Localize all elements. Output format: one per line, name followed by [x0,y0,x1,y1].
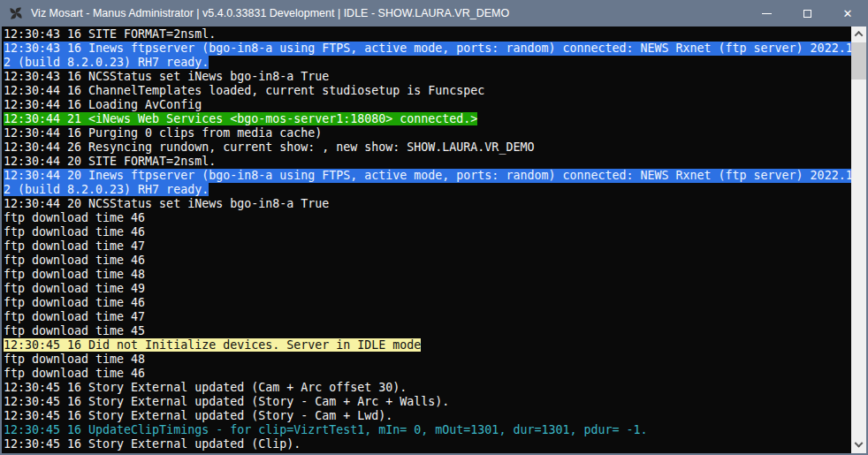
log-line-text: 12:30:45 16 Story External updated (Stor… [4,409,392,422]
chevron-down-icon [855,439,864,448]
viz-mosart-logo-icon [7,4,25,22]
log-line: 12:30:45 16 Story External updated (Stor… [4,395,851,409]
log-line-text: 12:30:44 26 Resyncing rundown, current s… [4,140,534,154]
log-line: 2 (build 8.2.0.23) RH7 ready. [4,56,851,70]
log-line-text: ftp download time 46 [4,296,145,309]
log-line: 2 (build 8.2.0.23) RH7 ready. [4,183,851,197]
log-line: 12:30:44 16 Loading AvConfig [4,98,851,112]
log-line-text: ftp download time 45 [4,324,145,337]
log-line-text: 12:30:45 16 Did not Initialize devices. … [4,338,421,352]
log-line: ftp download time 46 [4,211,851,225]
log-line-text: 12:30:43 16 Inews ftpserver (bgo-in8-a u… [4,42,851,55]
log-line-text: 2 (build 8.2.0.23) RH7 ready. [4,183,209,196]
log-line-text: ftp download time 46 [4,254,145,267]
log-line: ftp download time 47 [4,239,851,254]
log-line: 12:30:45 16 Did not Initialize devices. … [4,338,851,353]
log-line: ftp download time 46 [4,367,851,381]
log-line: 12:30:45 16 UpdateClipTimings - for clip… [4,423,851,437]
log-line: ftp download time 46 [4,254,851,268]
log-line-text: 12:30:44 21 <iNews Web Services <bgo-mos… [4,112,477,125]
log-line: ftp download time 46 [4,296,851,310]
log-line-text: 12:30:44 20 NCSStatus set iNews bgo-in8-… [4,197,329,210]
minimize-button[interactable] [746,0,787,27]
log-line-text: ftp download time 47 [4,239,145,253]
log-line: 12:30:43 16 Inews ftpserver (bgo-in8-a u… [4,42,851,56]
log-line-text: ftp download time 46 [4,367,145,380]
log-line: ftp download time 48 [4,353,851,367]
title-bar[interactable]: Viz Mosart - Manus Administrator | v5.4.… [0,0,868,27]
log-line-text: 12:30:44 16 Purging 0 clips from media c… [4,126,322,140]
window-controls: ✕ [746,0,868,27]
log-line: 12:30:45 16 Story External updated (Stor… [4,409,851,423]
log-line: 12:30:44 21 <iNews Web Services <bgo-mos… [4,112,851,126]
log-line: 12:30:43 16 NCSStatus set iNews bgo-in8-… [4,70,851,84]
log-line-text: 12:30:44 20 Inews ftpserver (bgo-in8-a u… [4,169,851,182]
log-output[interactable]: 12:30:43 16 SITE FORMAT=2nsml.12:30:43 1… [2,27,851,453]
scrollbar-thumb[interactable] [851,42,866,80]
vertical-scrollbar[interactable] [851,27,866,453]
scroll-down-button[interactable] [851,438,866,453]
log-line-text: ftp download time 48 [4,353,145,366]
log-line-text: ftp download time 46 [4,225,145,239]
log-line: 12:30:45 16 Story External updated (Cam … [4,381,851,395]
maximize-button[interactable] [787,0,827,27]
log-line-text: 12:30:45 16 Story External updated (Cam … [4,381,407,394]
log-line: 12:30:45 16 Story External updated (Clip… [4,437,851,451]
log-line: ftp download time 48 [4,268,851,282]
log-line: 12:30:44 26 Resyncing rundown, current s… [4,140,851,155]
minimize-icon [762,13,772,14]
log-line: 12:30:44 20 Inews ftpserver (bgo-in8-a u… [4,169,851,183]
log-line: 12:30:44 20 SITE FORMAT=2nsml. [4,155,851,169]
log-line: 12:30:43 16 SITE FORMAT=2nsml. [4,27,851,42]
close-button[interactable]: ✕ [827,0,868,27]
log-line-text: ftp download time 47 [4,310,145,323]
console-area: 12:30:43 16 SITE FORMAT=2nsml.12:30:43 1… [0,27,868,455]
log-line: ftp download time 46 [4,225,851,239]
log-line-text: 12:30:44 20 SITE FORMAT=2nsml. [4,155,216,168]
log-line: 12:30:44 16 Purging 0 clips from media c… [4,126,851,140]
log-line-text: 12:30:43 16 SITE FORMAT=2nsml. [4,27,216,41]
maximize-icon [803,10,811,18]
window-title: Viz Mosart - Manus Administrator | v5.4.… [31,7,509,19]
log-line-text: 12:30:44 16 ChannelTemplates loaded, cur… [4,84,484,97]
log-line: 12:30:44 20 NCSStatus set iNews bgo-in8-… [4,197,851,211]
app-window: Viz Mosart - Manus Administrator | v5.4.… [0,0,868,455]
scroll-up-button[interactable] [851,27,866,42]
log-line-text: ftp download time 49 [4,282,145,295]
chevron-up-icon [855,31,864,40]
log-line: 12:30:44 16 ChannelTemplates loaded, cur… [4,84,851,98]
log-line-text: 12:30:45 16 Story External updated (Stor… [4,395,449,408]
log-line: ftp download time 49 [4,282,851,296]
log-line-text: 12:30:45 16 UpdateClipTimings - for clip… [4,423,648,436]
log-line-text: ftp download time 46 [4,211,145,224]
log-line: ftp download time 45 [4,324,851,338]
close-icon: ✕ [843,8,853,19]
log-line-text: 2 (build 8.2.0.23) RH7 ready. [4,56,209,69]
log-line-text: 12:30:44 16 Loading AvConfig [4,98,202,111]
log-line-text: ftp download time 48 [4,268,145,281]
log-line-text: 12:30:45 16 Story External updated (Clip… [4,437,301,451]
log-line-text: 12:30:43 16 NCSStatus set iNews bgo-in8-… [4,70,329,83]
log-line: ftp download time 47 [4,310,851,324]
